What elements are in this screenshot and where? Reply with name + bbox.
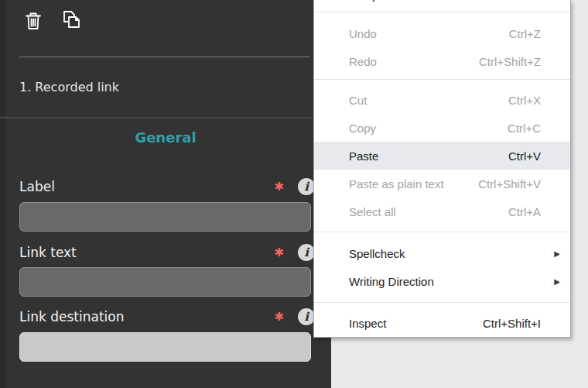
link-text-input[interactable] <box>19 267 311 297</box>
menu-item-label: Select all <box>349 205 396 218</box>
menu-group-tools: Spellcheck ▶ Writing Direction ▶ <box>314 232 570 302</box>
delete-button[interactable] <box>23 10 43 32</box>
info-icon[interactable]: i <box>298 178 315 195</box>
field-label: Label <box>19 179 274 194</box>
menu-item-label: Undo <box>349 27 377 40</box>
required-asterisk: ✱ <box>274 246 284 259</box>
menu-item-paste-as-plain-text: Paste as plain text Ctrl+Shift+V <box>314 170 570 197</box>
info-icon[interactable]: i <box>298 308 315 325</box>
menu-item-undo: Undo Ctrl+Z <box>314 19 570 47</box>
menu-item-shortcut: Ctrl+Shift+V <box>478 177 541 191</box>
menu-item-label: Writing Direction <box>349 275 434 288</box>
duplicate-icon <box>60 22 83 34</box>
menu-item-paste[interactable]: Paste Ctrl+V <box>314 142 570 170</box>
menu-item-shortcut: Ctrl+A <box>508 205 541 218</box>
field-label: Link destination <box>19 309 274 324</box>
panel-edge-strip <box>0 0 5 388</box>
menu-item-spellcheck[interactable]: Spellcheck ▶ <box>314 239 570 267</box>
menu-item-label: Redo <box>349 55 377 68</box>
menu-item-shortcut: Ctrl+C <box>508 122 541 135</box>
context-menu: Emoji Undo Ctrl+Z Redo Ctrl+Shift+Z Cut … <box>313 0 571 338</box>
tab-general[interactable]: General <box>0 129 331 146</box>
menu-item-writing-direction[interactable]: Writing Direction ▶ <box>314 267 570 295</box>
menu-item-label: Emoji <box>349 0 378 3</box>
menu-item-label: Cut <box>349 94 367 107</box>
menu-item-cut: Cut Ctrl+X <box>314 86 570 114</box>
menu-item-shortcut: Ctrl+Shift+Z <box>479 55 541 68</box>
chevron-right-icon: ▶ <box>554 277 560 286</box>
info-icon[interactable]: i <box>298 244 315 261</box>
menu-item-shortcut: Ctrl+X <box>508 94 541 107</box>
menu-group-clipboard: Cut Ctrl+X Copy Ctrl+C Paste Ctrl+V Past… <box>314 80 570 232</box>
field-head-link-destination: Link destination ✱ i <box>19 307 315 326</box>
field-head-link-text: Link text ✱ i <box>19 243 315 262</box>
toolbar-divider <box>19 57 309 57</box>
menu-item-redo: Redo Ctrl+Shift+Z <box>314 47 570 75</box>
trash-icon <box>23 22 43 34</box>
field-head-label: Label ✱ i <box>19 177 315 196</box>
chevron-right-icon: ▶ <box>554 249 560 258</box>
link-destination-input[interactable] <box>19 332 311 362</box>
section-header-recorded-link[interactable]: 1. Recorded link <box>19 80 119 94</box>
menu-item-label: Spellcheck <box>349 247 405 260</box>
menu-item-label: Paste as plain text <box>349 177 444 191</box>
required-asterisk: ✱ <box>274 180 284 194</box>
menu-item-label: Copy <box>349 122 376 135</box>
menu-group-devtools: Inspect Ctrl+Shift+I <box>314 303 570 337</box>
menu-item-inspect[interactable]: Inspect Ctrl+Shift+I <box>314 309 570 337</box>
section-divider <box>0 117 331 118</box>
menu-item-select-all: Select all Ctrl+A <box>314 197 570 225</box>
duplicate-button[interactable] <box>60 9 83 32</box>
field-label: Link text <box>19 245 274 260</box>
menu-item-emoji-partial[interactable]: Emoji <box>314 0 570 12</box>
menu-item-shortcut: Ctrl+V <box>508 149 541 163</box>
menu-item-label: Inspect <box>349 317 386 330</box>
menu-item-copy: Copy Ctrl+C <box>314 114 570 142</box>
properties-panel: 1. Recorded link General Label ✱ i Link … <box>0 0 331 388</box>
menu-group-history: Undo Ctrl+Z Redo Ctrl+Shift+Z <box>314 12 570 79</box>
screen: 1. Recorded link General Label ✱ i Link … <box>0 0 588 388</box>
menu-item-label: Paste <box>349 149 378 163</box>
menu-item-shortcut: Ctrl+Z <box>509 27 541 40</box>
menu-item-shortcut: Ctrl+Shift+I <box>483 317 541 330</box>
required-asterisk: ✱ <box>274 310 284 324</box>
label-input[interactable] <box>19 202 311 232</box>
